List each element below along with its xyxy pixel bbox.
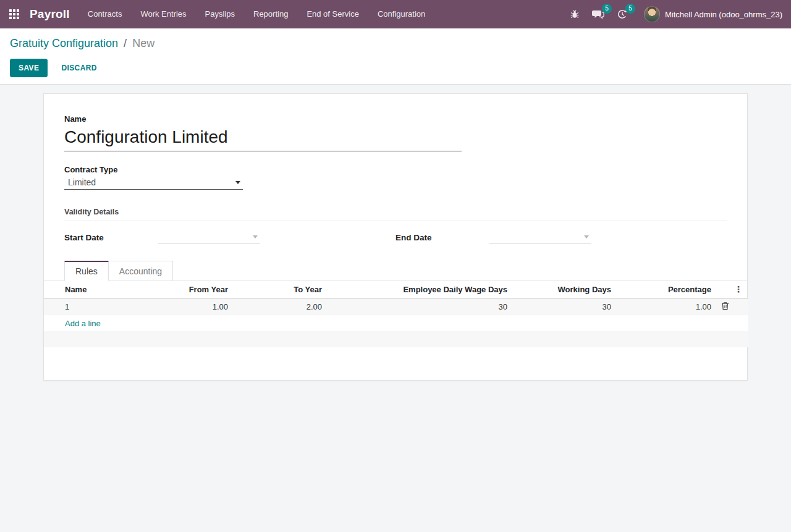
add-line-row: Add a line [44,315,748,331]
content-area: Name Configuration Limited Contract Type… [0,85,791,532]
cell-to-year[interactable]: 2.00 [231,298,324,316]
end-date-label: End Date [396,233,489,242]
delete-row-button[interactable] [721,302,729,312]
bug-icon [570,9,580,19]
column-header-employee-daily-wage-days[interactable]: Employee Daily Wage Days [324,281,510,298]
breadcrumb-current: New [132,37,154,49]
rules-table-row[interactable]: 1 1.00 2.00 30 30 1.00 [44,298,748,316]
cell-employee-daily-wage-days[interactable]: 30 [324,298,510,316]
cell-working-days[interactable]: 30 [510,298,614,316]
menu-reporting[interactable]: Reporting [244,0,297,28]
breadcrumb-separator: / [121,37,129,49]
breadcrumb: Gratuity Configuration / New [10,36,781,51]
app-title[interactable]: Payroll [30,7,70,21]
rules-table: Name From Year To Year Employee Daily Wa… [44,281,748,347]
control-panel: Gratuity Configuration / New SAVE DISCAR… [0,28,791,85]
column-header-from-year[interactable]: From Year [155,281,231,298]
column-header-working-days[interactable]: Working Days [510,281,614,298]
apps-grid-icon [9,9,19,19]
cell-percentage[interactable]: 1.00 [614,298,714,316]
notebook-tabs: Rules Accounting [44,261,747,281]
caret-down-icon [253,235,258,239]
activities-button[interactable]: 5 [611,0,634,28]
end-date-group: End Date [396,230,727,244]
discard-button[interactable]: DISCARD [53,59,105,77]
apps-menu-button[interactable] [0,0,28,28]
add-a-line-link[interactable]: Add a line [65,319,101,328]
name-input[interactable]: Configuration Limited [64,126,462,151]
action-buttons: SAVE DISCARD [10,59,781,77]
menu-payslips[interactable]: Payslips [196,0,244,28]
debug-button[interactable] [564,0,586,28]
menu-end-of-service[interactable]: End of Service [297,0,368,28]
menu-contracts[interactable]: Contracts [78,0,132,28]
menu-configuration[interactable]: Configuration [368,0,434,28]
navbar-right: 5 5 Mitchell Admin (odoo_ohrms_23) [564,0,791,28]
save-button[interactable]: SAVE [10,59,48,77]
user-avatar[interactable] [644,6,660,22]
caret-down-icon [235,181,240,184]
activities-badge: 5 [625,4,635,14]
start-date-label: Start Date [64,233,158,242]
empty-stripe-row [44,331,748,347]
breadcrumb-parent-link[interactable]: Gratuity Configuration [10,37,118,49]
trash-icon [721,302,729,310]
column-header-name[interactable]: Name [44,281,155,298]
contract-type-select[interactable]: Limited [64,176,243,190]
cell-from-year[interactable]: 1.00 [155,298,231,316]
user-menu[interactable]: Mitchell Admin (odoo_ohrms_23) [665,10,782,19]
tab-rules[interactable]: Rules [64,261,109,281]
validity-fields-row: Start Date End Date [64,230,727,244]
rules-table-header-row: Name From Year To Year Employee Daily Wa… [44,281,748,298]
form-sheet: Name Configuration Limited Contract Type… [43,93,748,381]
cell-name[interactable]: 1 [44,298,155,316]
validity-section-title: Validity Details [64,208,727,221]
messages-button[interactable]: 5 [586,0,611,28]
contract-type-label: Contract Type [64,165,727,174]
tab-accounting[interactable]: Accounting [109,261,173,281]
optional-columns-icon[interactable]: ⋮ [734,284,743,294]
name-field-label: Name [64,114,727,124]
end-date-input[interactable] [489,230,591,244]
contract-type-value: Limited [68,177,96,187]
column-header-to-year[interactable]: To Year [231,281,324,298]
column-header-percentage[interactable]: Percentage [614,281,714,298]
menu-work-entries[interactable]: Work Entries [131,0,195,28]
caret-down-icon [584,235,589,239]
start-date-input[interactable] [158,230,260,244]
top-navbar: Payroll Contracts Work Entries Payslips … [0,0,791,28]
main-menu: Contracts Work Entries Payslips Reportin… [78,0,434,28]
start-date-group: Start Date [64,230,396,244]
